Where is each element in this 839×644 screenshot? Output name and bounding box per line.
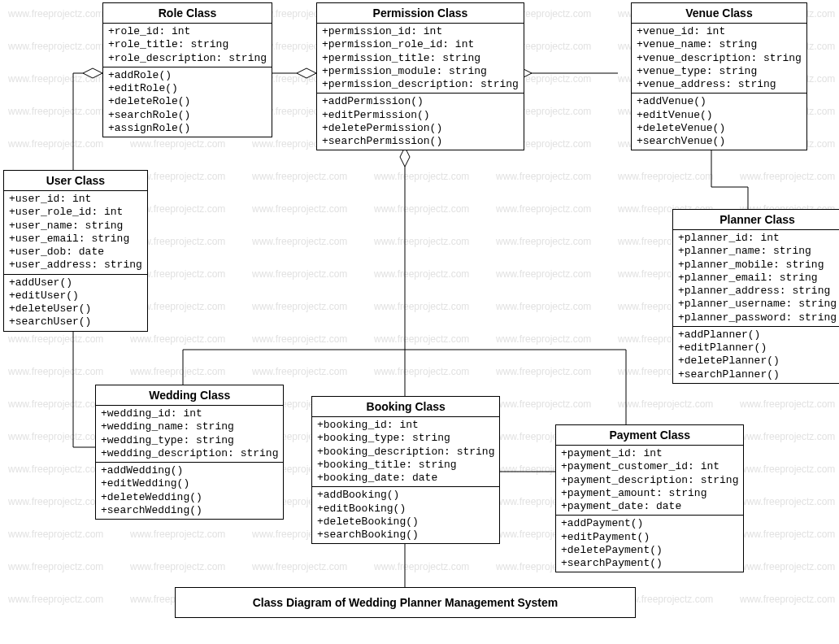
class-member: +booking_date: date bbox=[317, 472, 494, 485]
class-member: +addWedding() bbox=[101, 464, 278, 477]
operations: +addPermission()+editPermission()+delete… bbox=[317, 94, 524, 150]
class-member: +addPermission() bbox=[322, 95, 519, 108]
payment-class: Payment Class +payment_id: int+payment_c… bbox=[555, 424, 744, 572]
class-member: +searchRole() bbox=[108, 109, 267, 122]
svg-marker-6 bbox=[83, 68, 102, 78]
watermark: www.freeprojectz.com bbox=[374, 203, 469, 215]
wedding-class: Wedding Class +wedding_id: int+wedding_n… bbox=[95, 385, 284, 520]
class-member: +role_title: string bbox=[108, 38, 267, 51]
class-member: +addPayment() bbox=[561, 517, 738, 530]
watermark: www.freeprojectz.com bbox=[252, 203, 347, 215]
watermark: www.freeprojectz.com bbox=[374, 268, 469, 280]
class-member: +planner_address: string bbox=[678, 285, 837, 298]
class-member: +permission_role_id: int bbox=[322, 38, 519, 51]
planner-class: Planner Class +planner_id: int+planner_n… bbox=[672, 209, 839, 384]
watermark: www.freeprojectz.com bbox=[8, 594, 103, 605]
class-member: +planner_id: int bbox=[678, 232, 837, 245]
watermark: www.freeprojectz.com bbox=[8, 8, 103, 20]
class-member: +deletePlanner() bbox=[678, 355, 837, 368]
class-member: +searchPayment() bbox=[561, 557, 738, 570]
class-member: +searchWedding() bbox=[101, 504, 278, 517]
class-member: +planner_username: string bbox=[678, 298, 837, 311]
user-class: User Class +user_id: int+user_role_id: i… bbox=[3, 170, 148, 332]
attributes: +planner_id: int+planner_name: string+pl… bbox=[673, 230, 839, 327]
class-member: +user_role_id: int bbox=[9, 206, 142, 219]
watermark: www.freeprojectz.com bbox=[8, 333, 103, 345]
class-member: +user_id: int bbox=[9, 193, 142, 206]
class-member: +payment_id: int bbox=[561, 447, 738, 460]
class-member: +venue_name: string bbox=[637, 38, 802, 51]
watermark: www.freeprojectz.com bbox=[740, 594, 835, 605]
watermark: www.freeprojectz.com bbox=[130, 561, 225, 572]
watermark: www.freeprojectz.com bbox=[740, 431, 835, 442]
watermark: www.freeprojectz.com bbox=[496, 236, 591, 247]
operations: +addVenue()+editVenue()+deleteVenue()+se… bbox=[632, 94, 806, 150]
operations: +addUser()+editUser()+deleteUser()+searc… bbox=[4, 275, 147, 331]
watermark: www.freeprojectz.com bbox=[252, 301, 347, 312]
watermark: www.freeprojectz.com bbox=[740, 171, 835, 182]
class-member: +wedding_name: string bbox=[101, 420, 278, 433]
watermark: www.freeprojectz.com bbox=[618, 171, 713, 182]
watermark: www.freeprojectz.com bbox=[496, 268, 591, 280]
watermark: www.freeprojectz.com bbox=[496, 203, 591, 215]
watermark: www.freeprojectz.com bbox=[740, 561, 835, 572]
class-member: +deleteUser() bbox=[9, 302, 142, 315]
class-title: Role Class bbox=[103, 3, 272, 24]
watermark: www.freeprojectz.com bbox=[740, 398, 835, 410]
watermark: www.freeprojectz.com bbox=[374, 236, 469, 247]
watermark: www.freeprojectz.com bbox=[374, 301, 469, 312]
svg-marker-1 bbox=[297, 68, 316, 78]
role-class: Role Class +role_id: int+role_title: str… bbox=[102, 2, 272, 137]
class-title: User Class bbox=[4, 171, 147, 191]
watermark: www.freeprojectz.com bbox=[130, 529, 225, 540]
class-member: +editRole() bbox=[108, 82, 267, 95]
class-member: +deletePermission() bbox=[322, 122, 519, 135]
class-member: +planner_mobile: string bbox=[678, 259, 837, 272]
watermark: www.freeprojectz.com bbox=[252, 561, 347, 572]
watermark: www.freeprojectz.com bbox=[618, 398, 713, 410]
watermark: www.freeprojectz.com bbox=[8, 529, 103, 540]
watermark: www.freeprojectz.com bbox=[8, 463, 103, 475]
watermark: www.freeprojectz.com bbox=[374, 171, 469, 182]
class-member: +deleteWedding() bbox=[101, 491, 278, 504]
class-title: Payment Class bbox=[556, 425, 743, 446]
class-member: +payment_date: date bbox=[561, 500, 738, 513]
class-title: Wedding Class bbox=[96, 385, 283, 406]
watermark: www.freeprojectz.com bbox=[496, 333, 591, 345]
watermark: www.freeprojectz.com bbox=[496, 171, 591, 182]
attributes: +role_id: int+role_title: string+role_de… bbox=[103, 24, 272, 67]
watermark: www.freeprojectz.com bbox=[8, 431, 103, 442]
class-member: +venue_address: string bbox=[637, 78, 802, 91]
class-member: +editWedding() bbox=[101, 477, 278, 490]
class-member: +editPayment() bbox=[561, 531, 738, 544]
watermark: www.freeprojectz.com bbox=[740, 529, 835, 540]
attributes: +booking_id: int+booking_type: string+bo… bbox=[312, 417, 499, 487]
watermark: www.freeprojectz.com bbox=[8, 106, 103, 117]
class-member: +wedding_id: int bbox=[101, 407, 278, 420]
class-member: +deletePayment() bbox=[561, 544, 738, 557]
watermark: www.freeprojectz.com bbox=[740, 463, 835, 475]
class-member: +assignRole() bbox=[108, 122, 267, 135]
venue-class: Venue Class +venue_id: int+venue_name: s… bbox=[631, 2, 807, 150]
attributes: +permission_id: int+permission_role_id: … bbox=[317, 24, 524, 94]
class-member: +planner_password: string bbox=[678, 311, 837, 324]
operations: +addPlanner()+editPlanner()+deletePlanne… bbox=[673, 327, 839, 383]
watermark: www.freeprojectz.com bbox=[252, 171, 347, 182]
watermark: www.freeprojectz.com bbox=[496, 398, 591, 410]
attributes: +user_id: int+user_role_id: int+user_nam… bbox=[4, 191, 147, 275]
class-member: +addBooking() bbox=[317, 489, 494, 502]
class-member: +addRole() bbox=[108, 69, 267, 82]
watermark: www.freeprojectz.com bbox=[8, 73, 103, 85]
class-title: Venue Class bbox=[632, 3, 806, 24]
class-member: +editUser() bbox=[9, 289, 142, 302]
watermark: www.freeprojectz.com bbox=[130, 138, 225, 150]
class-member: +user_name: string bbox=[9, 220, 142, 233]
class-member: +wedding_type: string bbox=[101, 434, 278, 447]
class-member: +searchPermission() bbox=[322, 135, 519, 148]
class-member: +addVenue() bbox=[637, 95, 802, 108]
class-member: +user_address: string bbox=[9, 259, 142, 272]
class-member: +searchVenue() bbox=[637, 135, 802, 148]
class-member: +role_id: int bbox=[108, 25, 267, 38]
class-member: +deleteRole() bbox=[108, 95, 267, 108]
watermark: www.freeprojectz.com bbox=[374, 333, 469, 345]
